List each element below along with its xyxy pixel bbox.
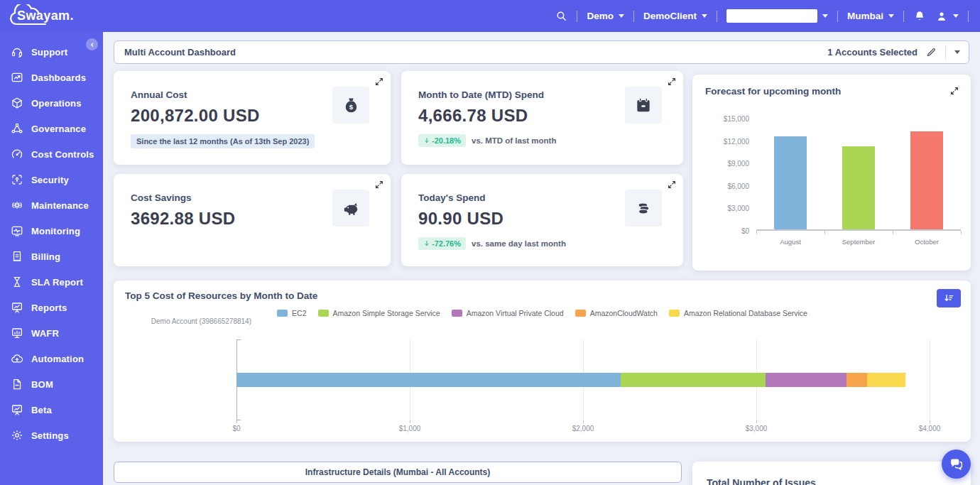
infrastructure-details-title: Infrastructure Details (Mumbai - All Acc… — [305, 467, 490, 477]
axis-tick — [824, 231, 825, 234]
main-content: Multi Account Dashboard 1 Accounts Selec… — [103, 32, 980, 485]
legend-item-amazon-relational-database-service[interactable]: Amazon Relational Database Service — [669, 309, 807, 317]
x-tick-label: $2,000 — [572, 425, 594, 432]
x-tick-label: August — [756, 238, 824, 246]
sidebar-item-monitoring[interactable]: Monitoring — [0, 218, 103, 244]
infrastructure-details-header[interactable]: Infrastructure Details (Mumbai - All Acc… — [114, 462, 682, 483]
sidebar-item-cost-controls[interactable]: Cost Controls — [0, 141, 103, 167]
legend-label: Amazon Virtual Private Cloud — [467, 309, 564, 317]
sidebar-item-beta[interactable]: Beta — [0, 397, 103, 423]
presentation-chart-icon — [11, 301, 23, 314]
legend-label: EC2 — [292, 309, 306, 317]
total-issues-card: Total Number of Issues — [692, 462, 971, 485]
delta-note: vs. MTD of last month — [472, 136, 556, 145]
user-menu[interactable] — [935, 10, 959, 23]
accounts-selected-label: 1 Accounts Selected — [827, 47, 918, 58]
page-title: Multi Account Dashboard — [124, 47, 236, 58]
sidebar-item-bom[interactable]: BOM — [0, 371, 103, 397]
axis-tick — [410, 420, 410, 423]
sidebar-item-label: SLA Report — [31, 277, 83, 288]
accounts-dropdown-button[interactable] — [953, 49, 962, 55]
y-tick-label: $3,000 — [727, 205, 749, 212]
sidebar-item-maintenance[interactable]: Maintenance — [0, 192, 103, 218]
search-icon[interactable] — [555, 10, 567, 22]
annual-cost-card: Annual Cost 200,872.00 USD Since the las… — [114, 71, 391, 165]
gear-badge-icon — [11, 199, 23, 212]
logo-text: Swayam. — [11, 9, 74, 23]
sidebar-item-security[interactable]: Security — [0, 167, 103, 192]
context-dropdown[interactable]: Demo — [587, 11, 624, 21]
sidebar-item-billing[interactable]: Billing — [0, 244, 103, 269]
sidebar-item-dashboards[interactable]: Dashboards — [0, 65, 103, 90]
period-badge: Since the last 12 months (As of 13th Sep… — [131, 134, 315, 148]
gear-icon — [11, 429, 23, 442]
edit-accounts-button[interactable] — [925, 45, 938, 59]
y-tick-label: $6,000 — [727, 182, 749, 190]
region-dropdown[interactable]: Mumbai — [847, 11, 894, 21]
chart-window-icon — [11, 71, 23, 84]
sidebar-nav: SupportDashboardsOperationsGovernanceCos… — [0, 32, 103, 448]
sidebar-item-sla-report[interactable]: SLA Report — [0, 269, 103, 295]
pulse-window-icon — [11, 224, 23, 237]
legend-swatch — [452, 310, 462, 317]
bar-segment-amazon-relational-database-service — [867, 373, 905, 387]
y-tick-label: $12,000 — [724, 137, 749, 145]
sidebar-item-operations[interactable]: Operations — [0, 90, 103, 116]
sidebar-item-label: Cost Controls — [31, 149, 94, 160]
chart-legend: EC2Amazon Simple Storage ServiceAmazon V… — [114, 309, 971, 317]
sidebar-item-label: Security — [31, 175, 69, 185]
gridline — [930, 339, 930, 420]
account-dropdown[interactable] — [726, 9, 828, 23]
sidebar-item-reports[interactable]: Reports — [0, 295, 103, 320]
hourglass-icon — [11, 276, 23, 288]
app-logo[interactable]: Swayam. — [0, 0, 156, 32]
expand-icon[interactable] — [374, 77, 384, 89]
sidebar-item-settings[interactable]: Settings — [0, 423, 103, 448]
legend-item-amazon-simple-storage-service[interactable]: Amazon Simple Storage Service — [318, 309, 440, 317]
axis-tick — [961, 231, 962, 234]
client-dropdown[interactable]: DemoClient — [643, 11, 707, 21]
sidebar-item-label: Dashboards — [31, 72, 86, 83]
y-tick-label: $0 — [741, 227, 749, 235]
sidebar-collapse-button[interactable] — [86, 38, 98, 50]
chat-button[interactable] — [942, 449, 971, 479]
legend-swatch — [277, 310, 288, 317]
legend-item-amazon-virtual-private-cloud[interactable]: Amazon Virtual Private Cloud — [452, 309, 564, 317]
axis-tick — [756, 420, 757, 423]
sidebar: SupportDashboardsOperationsGovernanceCos… — [0, 32, 103, 485]
separator — [577, 11, 577, 22]
legend-label: Amazon Relational Database Service — [684, 309, 807, 317]
bell-icon[interactable] — [913, 10, 926, 23]
legend-label: Amazon Simple Storage Service — [333, 309, 440, 317]
presentation-chart-icon — [11, 403, 23, 416]
sidebar-item-automation[interactable]: Automation — [0, 346, 103, 371]
sidebar-item-wafr[interactable]: WAFR — [0, 320, 103, 346]
network-icon — [11, 122, 23, 135]
x-tick-label: September — [824, 238, 893, 246]
x-tick-label: $1,000 — [399, 425, 421, 432]
legend-swatch — [318, 310, 329, 317]
piggy-bank-icon — [332, 190, 369, 227]
dashboard-header-bar: Multi Account Dashboard 1 Accounts Selec… — [114, 40, 969, 64]
y-tick-label: $9,000 — [727, 160, 749, 168]
expand-icon[interactable] — [667, 180, 677, 192]
expand-icon[interactable] — [667, 77, 677, 89]
cloud-upload-icon — [11, 352, 23, 365]
legend-swatch — [575, 310, 586, 317]
account-dropdown-value[interactable] — [726, 9, 817, 23]
forecast-chart: $15,000$12,000$9,000$6,000$3,000$0August… — [712, 119, 961, 261]
sidebar-item-governance[interactable]: Governance — [0, 116, 103, 141]
expand-icon[interactable] — [374, 180, 384, 192]
sidebar-item-label: Beta — [31, 405, 52, 415]
delta-badge: -72.76% — [418, 237, 466, 250]
pencil-icon — [926, 47, 937, 58]
legend-item-ec2[interactable]: EC2 — [277, 309, 306, 317]
sidebar-item-label: Automation — [31, 354, 84, 364]
sort-button[interactable] — [937, 289, 961, 307]
legend-item-amazoncloudwatch[interactable]: AmazonCloudWatch — [575, 309, 658, 317]
mtd-spend-card: Month to Date (MTD) Spend 4,666.78 USD -… — [401, 71, 683, 165]
expand-icon[interactable] — [949, 86, 959, 99]
x-tick-label: $3,000 — [746, 425, 768, 432]
forecast-title: Forecast for upcoming month — [705, 86, 958, 97]
todays-spend-card: Today's Spend 90.90 USD -72.76% vs. same… — [401, 174, 683, 266]
